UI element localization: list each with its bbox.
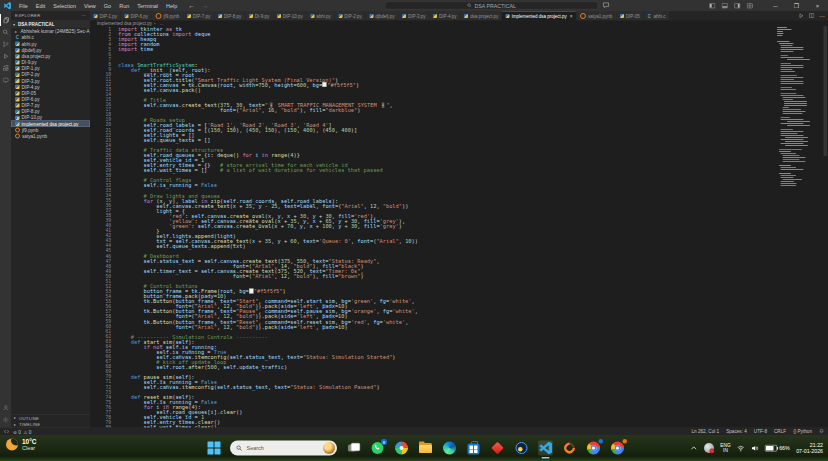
tab-dip-4-py[interactable]: DIP-4.py	[430, 11, 461, 21]
taskbar-whatsapp-icon[interactable]: 8	[370, 441, 385, 456]
python-file-icon	[277, 14, 281, 18]
close-icon[interactable]: ×	[570, 13, 573, 19]
menu-run[interactable]: Run	[115, 3, 133, 9]
remote-explorer-icon[interactable]	[0, 74, 11, 86]
menu-go[interactable]: Go	[100, 3, 115, 9]
clock[interactable]: 21:22 07-01-2026	[796, 442, 823, 454]
close-button[interactable]: ×	[807, 0, 828, 11]
tab-dip-05[interactable]: DIP-05	[616, 11, 644, 21]
taskbar-microsoft-store-icon[interactable]	[466, 441, 481, 456]
taskbar-photos-app-icon[interactable]	[394, 441, 409, 456]
tab-satya1-pynb[interactable]: satya1.pynb	[577, 11, 617, 21]
taskbar-vscode-icon[interactable]	[538, 441, 553, 456]
menu-edit[interactable]: Edit	[32, 3, 49, 9]
nav-back-icon[interactable]: ←	[188, 2, 195, 10]
tab-dip-10-py[interactable]: DIP-10.py	[273, 11, 307, 21]
taskbar-microsoft-edge-icon[interactable]	[442, 441, 457, 456]
tab-djbdefj-py[interactable]: djbdefj.py	[366, 11, 399, 21]
menu-selection[interactable]: Selection	[49, 3, 80, 9]
search-icon[interactable]	[0, 26, 11, 38]
battery-indicator[interactable]: 66%	[765, 445, 790, 452]
taskbar-orange-ring-app-icon[interactable]	[562, 441, 577, 456]
tab-di-9-py[interactable]: DI-9.py	[245, 11, 273, 21]
tree-item-implemented-dsa-project-py[interactable]: implemented dsa project.py	[11, 121, 90, 127]
language-indicator[interactable]: ENG IN	[720, 443, 730, 453]
run-python-icon[interactable]	[799, 13, 805, 19]
taskbar-chrome-profile-2-icon[interactable]	[610, 441, 625, 456]
toggle-secondary-sidebar-icon[interactable]	[734, 2, 741, 9]
tab-dsa-project-py[interactable]: dsa project.py	[461, 11, 503, 21]
customize-layout-icon[interactable]	[747, 2, 754, 9]
minimap-line	[777, 33, 784, 34]
restore-button[interactable]: ❐	[786, 0, 807, 11]
breadcrumb-more[interactable]: …	[160, 21, 165, 26]
minimap-line	[782, 99, 793, 100]
code-editor[interactable]: 1import tkinter as tk2from collections i…	[90, 26, 828, 428]
toggle-sidebar-icon[interactable]	[709, 2, 716, 9]
notifications-bell-icon[interactable]	[819, 429, 824, 435]
menu-file[interactable]: File	[15, 3, 32, 9]
tab-label: satya1.pynb	[588, 13, 612, 18]
taskbar-chrome-profile-1-icon[interactable]	[586, 441, 601, 456]
copilot-chat-icon[interactable]	[602, 2, 610, 9]
minimize-button[interactable]: ─	[765, 0, 786, 11]
problems-indicator[interactable]: ⊘ 0 ⚠ 0	[13, 429, 31, 435]
taskbar-blue-ring-app-icon[interactable]	[514, 441, 529, 456]
tray-chevron-up-icon[interactable]	[690, 444, 698, 452]
editor-actions: ⋯	[795, 11, 826, 21]
search-highlight-image[interactable]	[323, 442, 335, 454]
nav-forward-icon[interactable]: →	[202, 2, 209, 10]
tab-dip-3-py[interactable]: DIP-3.py	[399, 11, 430, 21]
minimap-line	[781, 63, 792, 64]
weather-widget[interactable]: 10°C Clear	[6, 438, 37, 451]
minimap-line	[781, 87, 793, 88]
command-center-search[interactable]: DSA PRACTICAL	[385, 2, 598, 10]
tab-abhi-py[interactable]: abhi.py	[307, 11, 335, 21]
remote-window-icon[interactable]	[4, 429, 9, 434]
split-editor-icon[interactable]	[809, 13, 815, 19]
source-control-icon[interactable]	[0, 38, 11, 50]
tree-item-abhishek-kumar-24mb25-sec-a[interactable]: ▸Abhishek kumar (24MB25) Sec-A	[11, 29, 90, 35]
taskbar-file-explorer-icon[interactable]	[418, 441, 433, 456]
speaker-icon[interactable]	[751, 444, 759, 452]
toggle-panel-icon[interactable]	[722, 2, 729, 9]
project-root-row[interactable]: ▾ DSA PRACTICAL	[11, 20, 90, 28]
wifi-icon[interactable]	[737, 444, 745, 452]
start-button[interactable]	[207, 441, 221, 455]
taskbar-red-diamond-app-icon[interactable]	[490, 441, 505, 456]
status-spaces-4[interactable]: Spaces: 4	[726, 429, 747, 434]
moon-weather-icon	[6, 439, 18, 451]
tab-dip-8-py[interactable]: DIP-8.py	[214, 11, 245, 21]
sidebar-header[interactable]: EXPLORER ⋯	[11, 11, 90, 20]
tab-abhi-c[interactable]: Cabhi.c	[644, 11, 670, 21]
menu-help[interactable]: Help	[162, 3, 181, 9]
tab-dip-2-py[interactable]: DIP-2.py	[335, 11, 366, 21]
tab-jf9-pynb[interactable]: jf9.pynb	[152, 11, 183, 21]
tab-dip-6-py[interactable]: DIP-6.py	[121, 11, 152, 21]
more-actions-icon[interactable]: ⋯	[820, 13, 826, 20]
explorer-icon[interactable]	[0, 14, 11, 26]
account-icon[interactable]	[0, 402, 11, 414]
tree-item-satya1-pynb[interactable]: satya1.pynb	[11, 133, 90, 139]
minimap[interactable]	[777, 27, 801, 186]
more-actions-icon[interactable]: ⋯	[81, 13, 86, 18]
status-python[interactable]: {} Python	[793, 429, 812, 434]
settings-icon[interactable]	[0, 414, 11, 426]
scrollbar[interactable]	[824, 26, 828, 156]
taskbar-search[interactable]: Search	[230, 441, 337, 456]
extensions-icon[interactable]	[0, 62, 11, 74]
language-region: IN	[720, 448, 730, 453]
run-debug-icon[interactable]	[0, 50, 11, 62]
tab-implemented-dsa-project-py[interactable]: implemented dsa project.py×	[502, 11, 576, 21]
status-utf-8[interactable]: UTF-8	[754, 429, 767, 434]
tab-dip-7-py[interactable]: DIP-7.py	[183, 11, 214, 21]
menu-view[interactable]: View	[80, 3, 100, 9]
status-ln-262-col-1[interactable]: Ln 262, Col 1	[691, 429, 719, 434]
menu-terminal[interactable]: Terminal	[133, 3, 162, 9]
tray-app-icon[interactable]	[704, 443, 714, 453]
status-crlf[interactable]: CRLF	[774, 429, 786, 434]
breadcrumb-file[interactable]: implemented dsa project.py	[97, 21, 152, 26]
minimap-line	[781, 181, 795, 182]
taskbar-task-view-icon[interactable]	[346, 441, 361, 456]
tab-dip-1-py[interactable]: DIP-1.py	[90, 11, 121, 21]
